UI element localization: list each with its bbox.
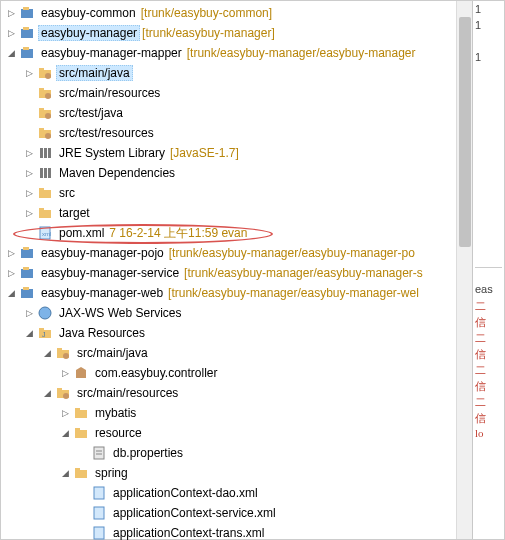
src-main-java[interactable]: ◢ src/main/java <box>1 343 472 363</box>
source-folder-test-resources[interactable]: src/test/resources <box>1 123 472 143</box>
svg-rect-56 <box>75 468 80 471</box>
package-controller[interactable]: ▷ com.easybuy.controller <box>1 363 472 383</box>
expand-icon[interactable]: ▷ <box>21 185 37 201</box>
java-resources[interactable]: ◢ J Java Resources <box>1 323 472 343</box>
package-folder-icon <box>55 345 71 361</box>
project-easybuy-manager-pojo[interactable]: ▷ easybuy-manager-pojo [trunk/easybuy-ma… <box>1 243 472 263</box>
expand-icon[interactable]: ▷ <box>21 305 37 321</box>
expand-icon[interactable]: ▷ <box>3 265 19 281</box>
expand-icon[interactable]: ▷ <box>3 25 19 41</box>
library-version: [JavaSE-1.7] <box>170 146 239 160</box>
expand-icon[interactable]: ▷ <box>57 365 73 381</box>
svg-point-14 <box>45 113 51 119</box>
svg-text:xml: xml <box>42 231 51 237</box>
svg-rect-51 <box>75 428 80 431</box>
svg-rect-7 <box>39 68 44 71</box>
spring-folder[interactable]: ◢ spring <box>1 463 472 483</box>
project-label: easybuy-common <box>38 5 139 21</box>
source-folder-main-resources[interactable]: src/main/resources <box>1 83 472 103</box>
collapse-icon[interactable]: ◢ <box>57 465 73 481</box>
svg-rect-22 <box>44 168 47 178</box>
editor-text: 二 <box>475 395 502 411</box>
project-tree: ▷ easybuy-common [trunk/easybuy-common] … <box>1 1 472 540</box>
repo-decoration: [trunk/easybuy-manager/easybuy-manager-s <box>184 266 423 280</box>
pom-xml-file[interactable]: xml pom.xml 7 16-2-14 上午11:59 evan <box>1 223 472 243</box>
package-folder-icon <box>37 105 53 121</box>
project-label: easybuy-manager <box>38 25 140 41</box>
package-folder-icon <box>37 65 53 81</box>
src-main-resources[interactable]: ◢ src/main/resources <box>1 383 472 403</box>
editor-line: 1 <box>475 3 502 19</box>
svg-point-42 <box>63 353 69 359</box>
svg-rect-30 <box>21 249 33 258</box>
appctx-service-xml[interactable]: applicationContext-service.xml <box>1 503 472 523</box>
svg-rect-27 <box>39 208 44 211</box>
file-label: db.properties <box>110 445 186 461</box>
svg-point-11 <box>45 93 51 99</box>
java-resources-icon: J <box>37 325 53 341</box>
expand-icon[interactable]: ▷ <box>21 65 37 81</box>
file-label: applicationContext-service.xml <box>110 505 279 521</box>
target-folder[interactable]: ▷ target <box>1 203 472 223</box>
file-label: pom.xml <box>56 225 107 241</box>
collapse-icon[interactable]: ◢ <box>21 325 37 341</box>
project-easybuy-common[interactable]: ▷ easybuy-common [trunk/easybuy-common] <box>1 3 472 23</box>
project-easybuy-manager-web[interactable]: ◢ easybuy-manager-web [trunk/easybuy-man… <box>1 283 472 303</box>
expand-icon[interactable]: ▷ <box>57 405 73 421</box>
mybatis-folder[interactable]: ▷ mybatis <box>1 403 472 423</box>
folder-label: src/main/resources <box>56 85 163 101</box>
editor-text: 二 <box>475 299 502 315</box>
expand-icon[interactable]: ▷ <box>21 145 37 161</box>
file-label: applicationContext-dao.xml <box>110 485 261 501</box>
collapse-icon[interactable]: ◢ <box>39 385 55 401</box>
svg-point-8 <box>45 73 51 79</box>
svg-rect-1 <box>23 7 29 10</box>
svg-rect-10 <box>39 88 44 91</box>
folder-label: resource <box>92 425 145 441</box>
db-properties-file[interactable]: db.properties <box>1 443 472 463</box>
folder-icon <box>37 185 53 201</box>
svg-rect-34 <box>21 289 33 298</box>
folder-label: src/main/java <box>56 65 133 81</box>
editor-text: 信 <box>475 315 502 331</box>
svg-rect-24 <box>39 190 51 198</box>
xml-file-icon: xml <box>37 225 53 241</box>
expand-icon[interactable]: ▷ <box>3 5 19 21</box>
project-label: easybuy-manager-web <box>38 285 166 301</box>
project-explorer[interactable]: ▷ easybuy-common [trunk/easybuy-common] … <box>1 1 473 539</box>
source-folder-test-java[interactable]: src/test/java <box>1 103 472 123</box>
svg-rect-55 <box>75 470 87 478</box>
scrollbar-thumb[interactable] <box>459 17 471 247</box>
project-icon <box>19 265 35 281</box>
vertical-scrollbar[interactable] <box>456 1 472 539</box>
svg-rect-49 <box>75 408 80 411</box>
maven-dependencies[interactable]: ▷ Maven Dependencies <box>1 163 472 183</box>
svg-point-17 <box>45 133 51 139</box>
editor-line <box>475 35 502 51</box>
project-label: easybuy-manager-pojo <box>38 245 167 261</box>
expand-icon[interactable]: ▷ <box>3 245 19 261</box>
appctx-trans-xml[interactable]: applicationContext-trans.xml <box>1 523 472 540</box>
project-easybuy-manager-mapper[interactable]: ◢ easybuy-manager-mapper [trunk/easybuy-… <box>1 43 472 63</box>
svg-rect-3 <box>23 27 29 30</box>
expand-icon[interactable]: ▷ <box>21 205 37 221</box>
svg-rect-48 <box>75 410 87 418</box>
svg-rect-59 <box>94 527 104 539</box>
collapse-icon[interactable]: ◢ <box>3 285 19 301</box>
jaxws-web-services[interactable]: ▷ JAX-WS Web Services <box>1 303 472 323</box>
source-folder-main-java[interactable]: ▷ src/main/java <box>1 63 472 83</box>
svg-rect-33 <box>23 267 29 270</box>
project-easybuy-manager[interactable]: ▷ easybuy-manager [trunk/easybuy-manager… <box>1 23 472 43</box>
collapse-icon[interactable]: ◢ <box>57 425 73 441</box>
collapse-icon[interactable]: ◢ <box>3 45 19 61</box>
library-icon <box>37 165 53 181</box>
collapse-icon[interactable]: ◢ <box>39 345 55 361</box>
appctx-dao-xml[interactable]: applicationContext-dao.xml <box>1 483 472 503</box>
resource-folder[interactable]: ◢ resource <box>1 423 472 443</box>
editor-line: 1 <box>475 51 502 67</box>
expand-icon[interactable]: ▷ <box>21 165 37 181</box>
src-folder[interactable]: ▷ src <box>1 183 472 203</box>
jre-library[interactable]: ▷ JRE System Library [JavaSE-1.7] <box>1 143 472 163</box>
package-folder-icon <box>37 125 53 141</box>
project-easybuy-manager-service[interactable]: ▷ easybuy-manager-service [trunk/easybuy… <box>1 263 472 283</box>
